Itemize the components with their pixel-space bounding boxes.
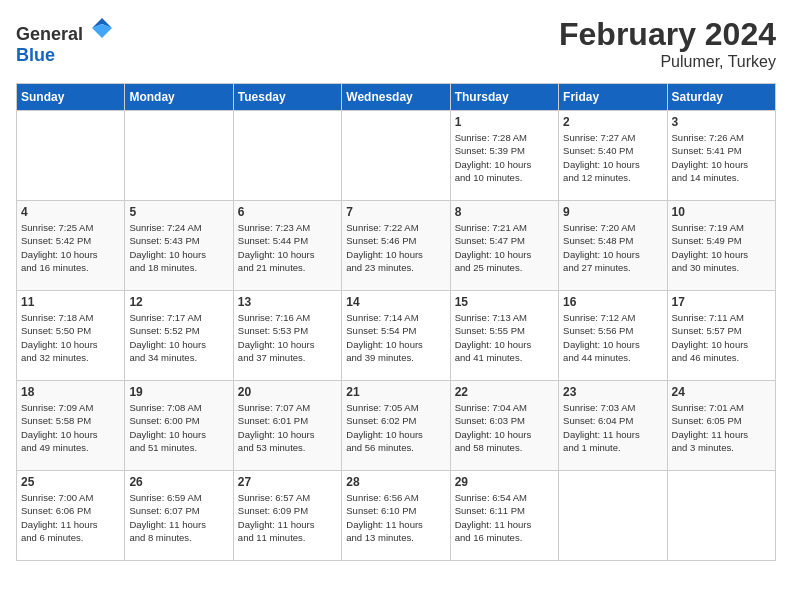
day-info: Sunrise: 7:01 AM Sunset: 6:05 PM Dayligh… [672, 401, 771, 454]
day-number: 3 [672, 115, 771, 129]
day-info: Sunrise: 7:16 AM Sunset: 5:53 PM Dayligh… [238, 311, 337, 364]
day-number: 1 [455, 115, 554, 129]
day-cell: 21Sunrise: 7:05 AM Sunset: 6:02 PM Dayli… [342, 381, 450, 471]
day-info: Sunrise: 7:08 AM Sunset: 6:00 PM Dayligh… [129, 401, 228, 454]
day-number: 26 [129, 475, 228, 489]
header-day-monday: Monday [125, 84, 233, 111]
day-cell [342, 111, 450, 201]
page-header: General Blue February 2024 Pulumer, Turk… [16, 16, 776, 71]
header-day-tuesday: Tuesday [233, 84, 341, 111]
logo: General Blue [16, 16, 114, 66]
day-cell: 24Sunrise: 7:01 AM Sunset: 6:05 PM Dayli… [667, 381, 775, 471]
day-cell: 10Sunrise: 7:19 AM Sunset: 5:49 PM Dayli… [667, 201, 775, 291]
week-row-3: 18Sunrise: 7:09 AM Sunset: 5:58 PM Dayli… [17, 381, 776, 471]
day-number: 10 [672, 205, 771, 219]
day-number: 25 [21, 475, 120, 489]
day-info: Sunrise: 7:20 AM Sunset: 5:48 PM Dayligh… [563, 221, 662, 274]
day-info: Sunrise: 7:12 AM Sunset: 5:56 PM Dayligh… [563, 311, 662, 364]
day-info: Sunrise: 6:57 AM Sunset: 6:09 PM Dayligh… [238, 491, 337, 544]
day-number: 23 [563, 385, 662, 399]
day-info: Sunrise: 7:09 AM Sunset: 5:58 PM Dayligh… [21, 401, 120, 454]
day-cell: 27Sunrise: 6:57 AM Sunset: 6:09 PM Dayli… [233, 471, 341, 561]
day-info: Sunrise: 7:03 AM Sunset: 6:04 PM Dayligh… [563, 401, 662, 454]
day-number: 22 [455, 385, 554, 399]
header-day-sunday: Sunday [17, 84, 125, 111]
logo-text: General Blue [16, 16, 114, 66]
day-cell: 25Sunrise: 7:00 AM Sunset: 6:06 PM Dayli… [17, 471, 125, 561]
day-number: 14 [346, 295, 445, 309]
day-number: 28 [346, 475, 445, 489]
day-cell: 7Sunrise: 7:22 AM Sunset: 5:46 PM Daylig… [342, 201, 450, 291]
day-number: 15 [455, 295, 554, 309]
day-cell: 17Sunrise: 7:11 AM Sunset: 5:57 PM Dayli… [667, 291, 775, 381]
day-info: Sunrise: 7:19 AM Sunset: 5:49 PM Dayligh… [672, 221, 771, 274]
day-number: 9 [563, 205, 662, 219]
logo-icon [90, 16, 114, 40]
day-cell: 9Sunrise: 7:20 AM Sunset: 5:48 PM Daylig… [559, 201, 667, 291]
day-number: 18 [21, 385, 120, 399]
day-number: 20 [238, 385, 337, 399]
day-number: 16 [563, 295, 662, 309]
week-row-2: 11Sunrise: 7:18 AM Sunset: 5:50 PM Dayli… [17, 291, 776, 381]
day-cell [559, 471, 667, 561]
day-cell [233, 111, 341, 201]
calendar-header: SundayMondayTuesdayWednesdayThursdayFrid… [17, 84, 776, 111]
day-info: Sunrise: 7:23 AM Sunset: 5:44 PM Dayligh… [238, 221, 337, 274]
day-cell [125, 111, 233, 201]
day-cell [17, 111, 125, 201]
day-cell: 20Sunrise: 7:07 AM Sunset: 6:01 PM Dayli… [233, 381, 341, 471]
week-row-4: 25Sunrise: 7:00 AM Sunset: 6:06 PM Dayli… [17, 471, 776, 561]
day-info: Sunrise: 7:17 AM Sunset: 5:52 PM Dayligh… [129, 311, 228, 364]
day-cell: 29Sunrise: 6:54 AM Sunset: 6:11 PM Dayli… [450, 471, 558, 561]
day-info: Sunrise: 7:28 AM Sunset: 5:39 PM Dayligh… [455, 131, 554, 184]
day-cell: 16Sunrise: 7:12 AM Sunset: 5:56 PM Dayli… [559, 291, 667, 381]
day-number: 7 [346, 205, 445, 219]
header-day-saturday: Saturday [667, 84, 775, 111]
week-row-1: 4Sunrise: 7:25 AM Sunset: 5:42 PM Daylig… [17, 201, 776, 291]
day-info: Sunrise: 7:27 AM Sunset: 5:40 PM Dayligh… [563, 131, 662, 184]
day-cell: 19Sunrise: 7:08 AM Sunset: 6:00 PM Dayli… [125, 381, 233, 471]
week-row-0: 1Sunrise: 7:28 AM Sunset: 5:39 PM Daylig… [17, 111, 776, 201]
header-day-friday: Friday [559, 84, 667, 111]
logo-blue: Blue [16, 45, 55, 65]
day-cell: 14Sunrise: 7:14 AM Sunset: 5:54 PM Dayli… [342, 291, 450, 381]
day-info: Sunrise: 6:56 AM Sunset: 6:10 PM Dayligh… [346, 491, 445, 544]
day-cell [667, 471, 775, 561]
day-number: 24 [672, 385, 771, 399]
day-info: Sunrise: 7:05 AM Sunset: 6:02 PM Dayligh… [346, 401, 445, 454]
day-info: Sunrise: 7:26 AM Sunset: 5:41 PM Dayligh… [672, 131, 771, 184]
day-info: Sunrise: 7:13 AM Sunset: 5:55 PM Dayligh… [455, 311, 554, 364]
day-number: 2 [563, 115, 662, 129]
day-number: 27 [238, 475, 337, 489]
day-cell: 18Sunrise: 7:09 AM Sunset: 5:58 PM Dayli… [17, 381, 125, 471]
day-number: 11 [21, 295, 120, 309]
day-number: 19 [129, 385, 228, 399]
day-cell: 12Sunrise: 7:17 AM Sunset: 5:52 PM Dayli… [125, 291, 233, 381]
day-cell: 28Sunrise: 6:56 AM Sunset: 6:10 PM Dayli… [342, 471, 450, 561]
header-day-thursday: Thursday [450, 84, 558, 111]
title-block: February 2024 Pulumer, Turkey [559, 16, 776, 71]
day-cell: 2Sunrise: 7:27 AM Sunset: 5:40 PM Daylig… [559, 111, 667, 201]
day-number: 29 [455, 475, 554, 489]
day-info: Sunrise: 6:59 AM Sunset: 6:07 PM Dayligh… [129, 491, 228, 544]
day-cell: 1Sunrise: 7:28 AM Sunset: 5:39 PM Daylig… [450, 111, 558, 201]
day-info: Sunrise: 6:54 AM Sunset: 6:11 PM Dayligh… [455, 491, 554, 544]
header-row: SundayMondayTuesdayWednesdayThursdayFrid… [17, 84, 776, 111]
day-cell: 3Sunrise: 7:26 AM Sunset: 5:41 PM Daylig… [667, 111, 775, 201]
day-number: 5 [129, 205, 228, 219]
day-info: Sunrise: 7:04 AM Sunset: 6:03 PM Dayligh… [455, 401, 554, 454]
day-info: Sunrise: 7:22 AM Sunset: 5:46 PM Dayligh… [346, 221, 445, 274]
day-cell: 11Sunrise: 7:18 AM Sunset: 5:50 PM Dayli… [17, 291, 125, 381]
calendar-title: February 2024 [559, 16, 776, 53]
day-info: Sunrise: 7:14 AM Sunset: 5:54 PM Dayligh… [346, 311, 445, 364]
day-cell: 22Sunrise: 7:04 AM Sunset: 6:03 PM Dayli… [450, 381, 558, 471]
day-number: 17 [672, 295, 771, 309]
day-cell: 4Sunrise: 7:25 AM Sunset: 5:42 PM Daylig… [17, 201, 125, 291]
day-number: 6 [238, 205, 337, 219]
day-cell: 13Sunrise: 7:16 AM Sunset: 5:53 PM Dayli… [233, 291, 341, 381]
calendar-table: SundayMondayTuesdayWednesdayThursdayFrid… [16, 83, 776, 561]
header-day-wednesday: Wednesday [342, 84, 450, 111]
day-info: Sunrise: 7:25 AM Sunset: 5:42 PM Dayligh… [21, 221, 120, 274]
day-info: Sunrise: 7:00 AM Sunset: 6:06 PM Dayligh… [21, 491, 120, 544]
day-info: Sunrise: 7:07 AM Sunset: 6:01 PM Dayligh… [238, 401, 337, 454]
